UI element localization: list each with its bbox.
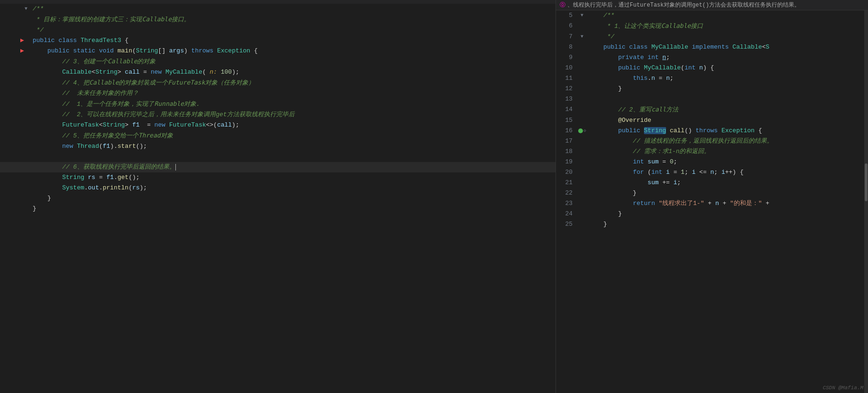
table-row: } [0,193,556,204]
table-row: 18 // 需求：求1-n的和返回。 [556,146,868,157]
scroll-thumb[interactable] [865,163,868,201]
fold-icon[interactable]: ▼ [25,4,27,14]
table-row: // 2、可以在线程执行完毕之后，用未来任务对象调用get方法获取线程执行完毕后 [0,110,556,120]
table-row: 17 // 描述线程的任务，返回线程执行返回后的结果。 [556,136,868,146]
table-row: 23 return "线程求出了1-" + n + "的和是：" + [556,198,868,209]
table-row: 16 ◇ public String call() throws Excepti… [556,126,868,136]
table-row: // 4、把Callable的对象封装成一个FutureTask对象（任务对象） [0,77,556,88]
table-row: 6 * 1、让这个类实现Callable接口 [556,21,868,32]
table-row: 10 public MyCallable(int n) { [556,63,868,73]
table-row: // 3、创建一个Callable的对象 [0,56,556,67]
table-row: 20 for (int i = 1; i <= n; i++) { [556,167,868,178]
table-row: new Thread(f1).start(); [0,141,556,152]
table-row: 9 private int n; [556,52,868,63]
table-row: // 1、是一个任务对象，实现了Runnable对象. [0,99,556,110]
table-row: Callable<String> call = new MyCallable( … [0,67,556,77]
table-row: 15 @Override [556,115,868,126]
table-row: 5 ▼ /** [556,10,868,21]
table-row: // 6、获取线程执行完毕后返回的结果。 [0,162,556,172]
table-row: String rs = f1.get(); [0,172,556,183]
table-row: 11 this.n = n; [556,73,868,84]
table-row: FutureTask<String> f1 = new FutureTask<>… [0,120,556,130]
table-row: * 目标：掌握线程的创建方式三：实现Callable接口。 [0,14,556,25]
table-row: // 未来任务对象的作用？ [0,88,556,99]
fold-icon[interactable]: ▼ [581,32,583,42]
right-code-area[interactable]: 5 ▼ /** 6 * 1、让这个类实现Callable接口 7 ▼ */ 8 [556,10,868,393]
hint-bar: ⓪ 、线程执行完毕后，通过FutureTask对象的调用get()方法会去获取线… [556,0,868,10]
left-code-area[interactable]: ▼ /** * 目标：掌握线程的创建方式三：实现Callable接口。 */ ▶… [0,4,556,393]
table-row: 12 } [556,84,868,94]
scrollbar[interactable] [864,10,868,393]
table-row: */ [0,25,556,35]
table-row: 13 [556,94,868,104]
breakpoint-green-dot [578,128,583,133]
table-row: // 5、把任务对象交给一个Thread对象 [0,130,556,141]
right-editor-pane: ⓪ 、线程执行完毕后，通过FutureTask对象的调用get()方法会去获取线… [556,0,868,393]
table-row: 24 } [556,209,868,219]
table-row: 21 sum += i; [556,178,868,188]
arrow-indicator: ▶ [20,35,24,46]
table-row: 8 public class MyCallable implements Cal… [556,42,868,52]
table-row [0,152,556,162]
left-editor-pane: ▼ /** * 目标：掌握线程的创建方式三：实现Callable接口。 */ ▶… [0,0,556,393]
table-row: 25 } [556,219,868,230]
table-row: ▼ /** [0,4,556,14]
table-row: 14 // 2、重写call方法 [556,104,868,115]
table-row: ▶ public class ThreadTest3 { [0,35,556,46]
watermark: CSDN @Mafia.M [823,385,863,391]
fold-icon[interactable]: ◇ [583,126,586,136]
table-row: ▶ public static void main(String[] args)… [0,46,556,56]
table-row: } [0,204,556,214]
table-row: 7 ▼ */ [556,32,868,42]
table-row: System.out.println(rs); [0,183,556,193]
table-row: 19 int sum = 0; [556,157,868,167]
table-row: 22 } [556,188,868,198]
fold-icon[interactable]: ▼ [581,10,583,21]
arrow-indicator2: ▶ [20,46,24,56]
